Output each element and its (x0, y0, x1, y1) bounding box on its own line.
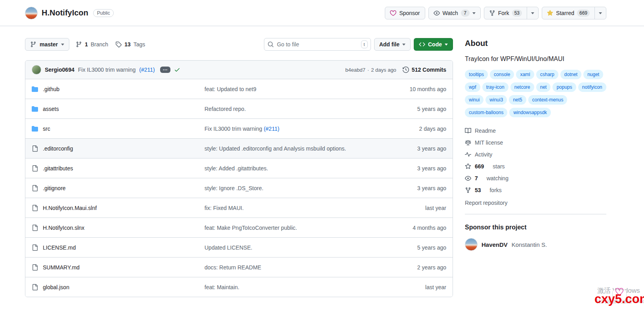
topic-windowsappsdk[interactable]: windowsappsdk (509, 108, 551, 117)
topic-xaml[interactable]: xaml (516, 70, 534, 79)
file-commit-message-cell: fix: Fixed MAUI. (204, 205, 387, 211)
file-name-cell: H.NotifyIcon.slnx (32, 225, 204, 231)
law-icon (465, 139, 471, 146)
meta-label: watching (487, 175, 508, 181)
file-name-link[interactable]: SUMMARY.md (43, 264, 80, 271)
sponsor-username-link[interactable]: HavenDV (482, 241, 508, 248)
repo-title[interactable]: H.NotifyIcon (42, 8, 88, 17)
goto-file-input[interactable] (264, 38, 371, 51)
meta-activity[interactable]: Activity (465, 151, 606, 158)
tags-link[interactable]: 13 Tags (115, 41, 145, 48)
repo-owner-avatar[interactable] (25, 7, 38, 19)
topic-winui3[interactable]: winui3 (485, 95, 507, 105)
file-commit-date[interactable]: 5 years ago (387, 244, 446, 251)
topic-dotnet[interactable]: dotnet (560, 70, 581, 79)
file-name-link[interactable]: H.NotifyIcon.Maui.slnf (43, 205, 97, 211)
file-commit-message-link[interactable]: Fix IL3000 trim warning (204, 126, 264, 132)
folder-icon (32, 86, 38, 92)
branch-selector-button[interactable]: master (25, 38, 69, 51)
code-button[interactable]: Code (414, 38, 453, 51)
topic-winui[interactable]: winui (465, 95, 483, 105)
sponsor-user-avatar[interactable] (465, 238, 478, 251)
sponsor-button[interactable]: Sponsor (385, 7, 425, 19)
file-commit-message-link[interactable]: fix: Fixed MAUI. (204, 205, 244, 211)
file-commit-message-link[interactable]: Refactored repo. (204, 106, 246, 112)
meta-mit-license[interactable]: MIT license (465, 139, 606, 146)
fork-button[interactable]: Fork 53 (484, 7, 527, 19)
file-commit-date[interactable]: 3 years ago (387, 165, 446, 172)
file-commit-date[interactable]: 3 years ago (387, 185, 446, 191)
file-commit-date[interactable]: 2 years ago (387, 264, 446, 271)
meta-stars[interactable]: 669 stars (465, 163, 606, 170)
topic-netcore[interactable]: netcore (510, 82, 534, 92)
file-commit-pr-link[interactable]: (#211) (264, 126, 279, 132)
file-commit-date[interactable]: 10 months ago (387, 86, 446, 92)
file-commit-date[interactable]: last year (387, 284, 446, 290)
commit-sha-link[interactable]: b4eabd7 (345, 67, 365, 73)
git-branch-icon (76, 41, 82, 48)
add-file-button[interactable]: Add file (374, 38, 411, 51)
pulse-icon (465, 151, 471, 158)
topic-console[interactable]: console (490, 70, 514, 79)
file-name-link[interactable]: .gitattributes (43, 165, 73, 172)
topic-wpf[interactable]: wpf (465, 82, 480, 92)
repo-identity: H.NotifyIcon Public (25, 7, 114, 19)
watch-button[interactable]: Watch 7 (428, 7, 481, 19)
file-commit-message-cell: style: Ignore .DS_Store. (204, 185, 387, 191)
commit-pr-link[interactable]: (#211) (139, 67, 155, 73)
report-repository-link[interactable]: Report repository (465, 200, 507, 206)
topic-tray-icon[interactable]: tray-icon (482, 82, 508, 92)
file-name-link[interactable]: .gitignore (43, 185, 66, 191)
commit-author-avatar[interactable] (32, 65, 41, 74)
topic-csharp[interactable]: csharp (536, 70, 558, 79)
file-commit-message-link[interactable]: feat: Maintain. (204, 284, 239, 290)
meta-watching[interactable]: 7 watching (465, 175, 606, 181)
commit-message-link[interactable]: Fix IL3000 trim warning (78, 67, 136, 73)
topic-nuget[interactable]: nuget (583, 70, 603, 79)
file-name-link[interactable]: .github (43, 86, 59, 92)
file-name-link[interactable]: assets (43, 106, 59, 112)
topic-notifyicon[interactable]: notifyicon (578, 82, 606, 92)
file-commit-message-link[interactable]: Updated LICENSE. (204, 244, 252, 251)
file-commit-message-link[interactable]: style: Added .gitattributes. (204, 165, 268, 172)
file-commit-message-link[interactable]: feat: Updated to net9 (204, 86, 256, 92)
meta-readme[interactable]: Readme (465, 128, 606, 134)
topic-net[interactable]: net (536, 82, 551, 92)
topic-tooltips[interactable]: tooltips (465, 70, 488, 79)
fork-dropdown-button[interactable] (527, 7, 538, 19)
topic-net5[interactable]: net5 (509, 95, 526, 105)
starred-button[interactable]: Starred 669 (542, 7, 594, 19)
file-commit-date[interactable]: 3 years ago (387, 145, 446, 152)
file-name-link[interactable]: global.json (43, 284, 69, 290)
book-icon (465, 128, 471, 134)
file-commit-date[interactable]: 4 months ago (387, 225, 446, 231)
file-name-link[interactable]: .editorconfig (43, 145, 73, 152)
star-dropdown-button[interactable] (594, 7, 606, 19)
file-commit-message-link[interactable]: feat: Make PngToIcoConverter public. (204, 225, 297, 231)
commit-history-link[interactable]: 512 Commits (403, 67, 446, 73)
file-name-link[interactable]: src (43, 126, 50, 132)
commit-author-link[interactable]: Sergio0694 (45, 67, 75, 73)
topic-custom-balloons[interactable]: custom-balloons (465, 108, 507, 117)
file-commit-message-link[interactable]: style: Updated .editorconfig and Analysi… (204, 145, 346, 152)
branches-link[interactable]: 1 Branch (76, 41, 108, 48)
file-commit-message-link[interactable]: style: Ignore .DS_Store. (204, 185, 264, 191)
file-commit-date[interactable]: 2 days ago (387, 126, 446, 132)
file-name-link[interactable]: LICENSE.md (43, 244, 76, 251)
fork-icon (465, 187, 471, 193)
file-commit-date[interactable]: last year (387, 205, 446, 211)
toolbar-right: t Add file Code (264, 38, 453, 51)
commit-ellipsis-button[interactable]: ⋯ (160, 67, 170, 73)
fork-split-button: Fork 53 (484, 7, 539, 19)
watch-label: Watch (443, 10, 458, 16)
file-commit-date[interactable]: 5 years ago (387, 106, 446, 112)
star-count: 669 (577, 10, 590, 17)
topic-popups[interactable]: popups (552, 82, 576, 92)
file-commit-message-link[interactable]: docs: Return README (204, 264, 261, 271)
meta-forks[interactable]: 53 forks (465, 187, 606, 193)
topic-context-menus[interactable]: context-menus (528, 95, 568, 105)
file-name-link[interactable]: H.NotifyIcon.slnx (43, 225, 84, 231)
heart-icon (390, 10, 396, 16)
check-icon[interactable] (174, 67, 180, 73)
commit-time-link[interactable]: 2 days ago (371, 67, 396, 73)
